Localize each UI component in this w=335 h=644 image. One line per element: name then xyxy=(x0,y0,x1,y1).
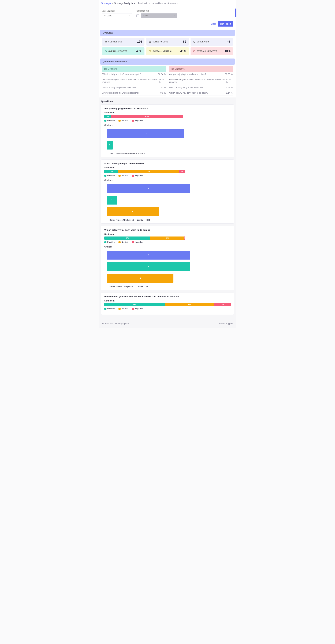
question-title: Please share your detailed feedback on w… xyxy=(104,295,231,298)
sent-question: Which activity you don't want to do agai… xyxy=(102,73,141,76)
compare-select[interactable]: Select ▾ xyxy=(141,13,177,18)
minus-circle-icon xyxy=(193,50,195,52)
legend-neutral: Neutral xyxy=(118,120,128,122)
scrollbar-thumb[interactable] xyxy=(235,8,236,17)
sent-seg-negative: 1 xyxy=(184,236,185,240)
card-survey-nps: SURVEY NPS +6 xyxy=(191,38,233,46)
choices-label: Choices xyxy=(104,124,231,126)
page-subtitle: Feedback on our weekly workout sessions xyxy=(138,2,177,4)
sent-row: Which activity did you like the most?7.5… xyxy=(169,85,233,90)
legend-item: Zumba xyxy=(136,286,143,288)
page-footer: © 2020-2021 HubEngage Inc. Contact Suppo… xyxy=(99,320,236,328)
sent-seg-negative: 13% xyxy=(214,303,231,306)
card-survey-score: SURVEY SCORE 82 xyxy=(146,38,189,46)
question-title: Are you enjoying the workout sessions? xyxy=(104,107,231,110)
choice-bar: 13 xyxy=(107,129,184,138)
choice-legend: Dance fitness / BollywoodZumbaHIIT xyxy=(110,286,231,288)
question-card: Which activity you don't want to do agai… xyxy=(101,226,234,290)
legend-neutral: Neutral xyxy=(118,174,128,176)
sentiment-label: Sentiment xyxy=(104,112,231,114)
sent-value: 1.14 % xyxy=(226,92,233,94)
compare-checkbox[interactable] xyxy=(136,14,139,17)
sentiment-bar: 48%39%13% xyxy=(104,303,231,306)
contact-support-link[interactable]: Contact Support xyxy=(218,322,233,325)
card-value: 49% xyxy=(136,50,142,53)
sentiment-legend: Positive Neutral Negative xyxy=(104,308,231,310)
sent-value: 48.43 % xyxy=(159,78,166,83)
sent-question: Are you enjoying the workout sessions? xyxy=(102,92,139,94)
sentiment-label: Sentiment xyxy=(104,166,231,169)
legend-positive: Positive xyxy=(104,308,115,310)
legend-positive: Positive xyxy=(104,120,115,122)
sent-seg-positive: 48% xyxy=(104,303,165,306)
legend-positive: Positive xyxy=(104,241,115,243)
copyright-text: © 2020-2021 HubEngage Inc. xyxy=(102,322,130,325)
questions-header: Questions xyxy=(101,100,234,103)
sent-value: 90.55 % xyxy=(225,73,233,76)
question-card: Are you enjoying the workout sessions? S… xyxy=(101,104,234,157)
sent-value: 0.6 % xyxy=(160,92,166,94)
sent-question: Please share your detailed feedback on w… xyxy=(169,78,226,83)
legend-neutral: Neutral xyxy=(118,241,128,243)
card-value: 41% xyxy=(180,50,186,53)
choice-bar-row: 8 xyxy=(104,184,231,193)
sentiment-bar: 57%42%1 xyxy=(104,236,185,240)
sentimental-header: Questions Sentimental xyxy=(100,58,235,65)
sentiment-bar: 17%75%8% xyxy=(104,170,185,173)
sent-row: Which activity you don't want to do agai… xyxy=(169,90,233,96)
legend-item: HIIT xyxy=(146,219,150,221)
card-overall-negative: OVERALL NEGATIVE 10% xyxy=(191,47,233,55)
choice-bar-row: 13 xyxy=(104,129,231,138)
question-card: Please share your detailed feedback on w… xyxy=(101,292,234,315)
sent-seg-neutral: 39% xyxy=(165,303,214,306)
filter-compare-label: Compare with xyxy=(136,10,177,12)
legend-negative: Negative xyxy=(132,120,143,122)
sent-question: Are you enjoying the workout sessions? xyxy=(169,73,206,76)
choice-bar: 1 xyxy=(107,196,117,204)
sent-row: Are you enjoying the workout sessions?90… xyxy=(169,72,233,77)
sentiment-legend: Positive Neutral Negative xyxy=(104,241,231,243)
choice-bar-row: 5 xyxy=(104,251,231,260)
sent-row: Which activity you don't want to do agai… xyxy=(102,72,166,77)
sent-seg-neutral: 42% xyxy=(150,236,184,240)
clear-button[interactable]: Clear xyxy=(211,23,216,25)
choice-bar-row: 4 xyxy=(104,274,231,282)
choice-legend: YesNo (please mention the reason) xyxy=(110,152,231,154)
breadcrumb-root[interactable]: Surveys xyxy=(101,2,111,5)
choice-legend: Dance Fitness / BollywoodZumbaHIIT xyxy=(110,219,231,221)
sentiment-label: Sentiment xyxy=(104,300,231,302)
choice-bar: 5 xyxy=(107,251,190,260)
sent-question: Which activity did you like the most? xyxy=(102,86,136,89)
submissions-icon xyxy=(104,40,107,43)
filter-panel: User Segment All Users ▾ Compare with Se… xyxy=(99,7,236,28)
select-value: All Users xyxy=(104,14,112,17)
top-negative-header: Top 5 Negative xyxy=(169,66,233,72)
top-positive-col: Top 5 Positive Which activity you don't … xyxy=(102,66,166,96)
sent-seg-positive: 17% xyxy=(104,170,118,173)
choice-bar: 5 xyxy=(107,262,190,271)
card-submissions: SUBMISSIONS 176 xyxy=(102,38,144,46)
user-segment-select[interactable]: All Users ▾ xyxy=(102,13,132,18)
sent-seg-negative: 91% xyxy=(111,115,183,118)
sent-value: 17.27 % xyxy=(158,86,166,89)
score-icon xyxy=(149,40,151,43)
card-value: +6 xyxy=(227,40,231,44)
legend-item: Zumba xyxy=(137,219,143,221)
legend-negative: Negative xyxy=(132,241,143,243)
sent-question: Please share your detailed feedback on w… xyxy=(102,78,159,83)
card-value: 10% xyxy=(225,50,231,53)
legend-item: Yes xyxy=(110,152,113,154)
sent-row: Which activity did you like the most?17.… xyxy=(102,85,166,90)
legend-item: No (please mention the reason) xyxy=(116,152,145,154)
breadcrumb: Surveys / Survey Analytics Feedback on o… xyxy=(99,0,236,7)
sent-row: Please share your detailed feedback on w… xyxy=(102,77,166,85)
card-overall-positive: OVERALL POSTIVE 49% xyxy=(102,47,144,55)
legend-item: HIIT xyxy=(146,286,150,288)
sent-value: 56.84 % xyxy=(158,73,166,76)
card-overall-neutral: OVERALL NEUTRAL 41% xyxy=(146,47,189,55)
legend-neutral: Neutral xyxy=(118,308,128,310)
sentiment-bar: 9%91% xyxy=(104,115,183,118)
svg-rect-0 xyxy=(105,41,106,42)
choice-bar: 4 xyxy=(107,274,173,282)
run-report-button[interactable]: Run Report xyxy=(218,21,233,26)
